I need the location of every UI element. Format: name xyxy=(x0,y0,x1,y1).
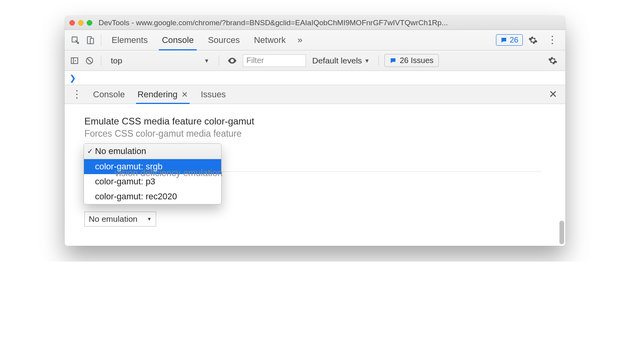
window-titlebar: DevTools - www.google.com/chrome/?brand=… xyxy=(65,16,565,30)
devtools-window: DevTools - www.google.com/chrome/?brand=… xyxy=(65,16,565,246)
option-label: No emulation xyxy=(95,146,146,156)
console-toolbar: top ▼ Default levels ▼ 26 Issues xyxy=(65,50,565,71)
separator xyxy=(219,55,219,66)
inspect-icon[interactable] xyxy=(69,33,82,47)
settings-icon[interactable] xyxy=(524,35,542,45)
window-zoom-button[interactable] xyxy=(87,20,92,26)
context-select[interactable]: top ▼ xyxy=(107,54,213,67)
sidebar-toggle-icon[interactable] xyxy=(69,55,80,67)
window-minimize-button[interactable] xyxy=(78,20,84,26)
issues-icon xyxy=(390,57,397,64)
color-gamut-title: Emulate CSS media feature color-gamut xyxy=(84,116,546,127)
tab-console[interactable]: Console xyxy=(156,30,200,50)
rendering-panel: Emulate CSS media feature color-gamut Fo… xyxy=(65,104,565,246)
drawer-close-icon[interactable]: ✕ xyxy=(544,88,562,100)
clear-console-icon[interactable] xyxy=(84,55,95,67)
tab-label: Network xyxy=(254,35,286,45)
issues-button[interactable]: 26 Issues xyxy=(384,54,439,67)
tab-label: Console xyxy=(162,35,194,45)
svg-rect-2 xyxy=(90,38,93,44)
option-label: color-gamut: rec2020 xyxy=(95,191,177,201)
tab-network[interactable]: Network xyxy=(248,30,292,50)
checkmark-icon: ✓ xyxy=(87,147,93,156)
dropdown-icon: ▼ xyxy=(364,58,370,64)
window-title: DevTools - www.google.com/chrome/?brand=… xyxy=(99,19,561,27)
filter-input[interactable] xyxy=(243,54,306,67)
more-tabs-icon[interactable]: » xyxy=(294,35,306,45)
live-expression-icon[interactable] xyxy=(225,56,240,66)
console-prompt-line[interactable]: ❯ xyxy=(65,71,565,85)
drawer-tab-rendering[interactable]: Rendering ✕ xyxy=(132,85,194,104)
drawer-tab-label: Rendering xyxy=(138,89,178,100)
separator xyxy=(101,55,101,66)
tab-label: Sources xyxy=(208,35,240,45)
svg-rect-3 xyxy=(71,58,78,63)
vision-deficiency-subtitle-fragment: Forces vision deficiency emulation xyxy=(84,168,546,178)
scrollbar-thumb[interactable] xyxy=(559,221,564,244)
separator xyxy=(101,35,101,46)
drawer-tab-label: Issues xyxy=(201,89,226,100)
prompt-icon: ❯ xyxy=(69,73,76,83)
tab-elements[interactable]: Elements xyxy=(105,30,154,50)
context-label: top xyxy=(111,56,122,65)
dropdown-option-rec2020[interactable]: color-gamut: rec2020 xyxy=(84,189,221,204)
select-value: No emulation xyxy=(89,214,138,224)
issues-count-text: 26 xyxy=(510,35,518,45)
main-tabstrip: Elements Console Sources Network » 26 ⋮ xyxy=(65,30,565,50)
dropdown-icon: ▼ xyxy=(147,216,152,222)
window-close-button[interactable] xyxy=(69,20,75,26)
dropdown-icon: ▼ xyxy=(204,58,209,64)
tab-label: Elements xyxy=(112,35,148,45)
color-gamut-subtitle: Forces CSS color-gamut media feature xyxy=(84,128,546,139)
drawer-more-icon[interactable]: ⋮ xyxy=(68,88,86,100)
device-toggle-icon[interactable] xyxy=(84,33,97,47)
issues-button-label: 26 Issues xyxy=(400,56,434,65)
issues-counter[interactable]: 26 xyxy=(496,34,523,46)
drawer-tab-label: Console xyxy=(93,89,125,100)
drawer-tab-console[interactable]: Console xyxy=(88,85,130,104)
tab-sources[interactable]: Sources xyxy=(201,30,246,50)
dropdown-option-no-emulation[interactable]: ✓ No emulation xyxy=(84,144,221,159)
more-menu-icon[interactable]: ⋮ xyxy=(543,34,561,46)
levels-label: Default levels xyxy=(312,56,362,65)
vision-deficiency-select[interactable]: No emulation ▼ xyxy=(84,212,156,227)
console-settings-icon[interactable] xyxy=(544,56,561,65)
drawer-tab-issues[interactable]: Issues xyxy=(195,85,231,104)
close-icon[interactable]: ✕ xyxy=(181,90,188,99)
separator xyxy=(378,55,379,66)
issues-icon xyxy=(500,37,507,44)
drawer-tabstrip: ⋮ Console Rendering ✕ Issues ✕ xyxy=(65,85,565,104)
log-levels-select[interactable]: Default levels ▼ xyxy=(309,56,373,65)
